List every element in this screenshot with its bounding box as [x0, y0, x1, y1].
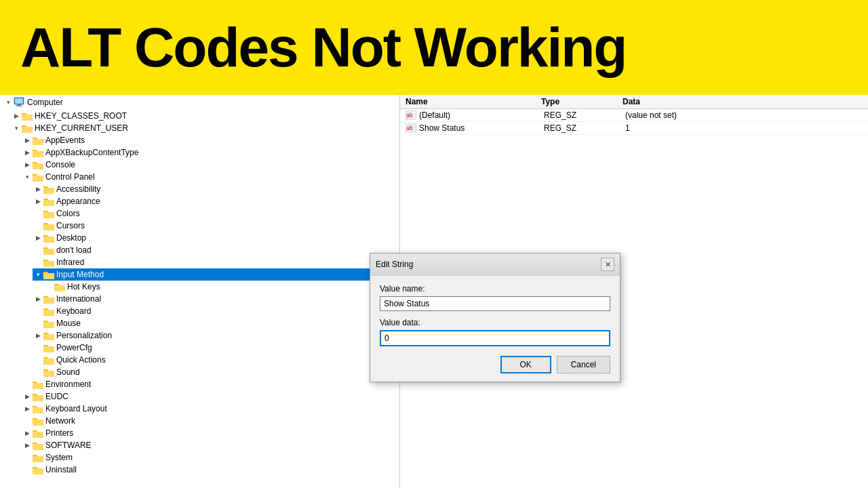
label-console: Console [45, 160, 399, 169]
tree-item-desktop[interactable]: ▶ Desktop [33, 232, 399, 244]
folder-icon-system [33, 453, 43, 462]
tree-item-quick-actions[interactable]: ▶ Quick Actions [33, 354, 399, 366]
tree-item-console[interactable]: ▶ Console [22, 159, 399, 171]
dialog-body: Value name: Value data: OK Cancel [370, 276, 620, 382]
tree-item-environment[interactable]: ▶ Environment [22, 378, 399, 390]
tree-item-network[interactable]: ▶ Network [22, 415, 399, 427]
value-name-input[interactable] [380, 296, 610, 311]
expand-hkcr[interactable]: ▶ [11, 110, 22, 121]
folder-icon-control-panel [33, 172, 43, 182]
expand-personalization[interactable]: ▶ [33, 330, 43, 341]
tree-root-computer[interactable]: ▾ Computer [0, 95, 399, 110]
expand-desktop[interactable]: ▶ [33, 232, 43, 243]
value-data-input[interactable] [380, 330, 610, 346]
ok-button[interactable]: OK [500, 356, 551, 373]
cancel-button[interactable]: Cancel [557, 356, 610, 373]
expand-international[interactable]: ▶ [33, 293, 43, 304]
expand-appevents[interactable]: ▶ [22, 135, 33, 146]
tree-item-international[interactable]: ▶ International [33, 293, 399, 305]
reg-table-header: Name Type Data [400, 95, 868, 109]
banner: ALT Codes Not Working [0, 0, 868, 95]
label-powercfg: PowerCfg [56, 343, 399, 352]
reg-row-showstatus[interactable]: ab Show Status REG_SZ 1 [400, 122, 868, 135]
tree-item-hkcu[interactable]: ▾ HKEY_CURRENT_USER [11, 122, 399, 134]
reg-type-default: REG_SZ [544, 110, 625, 120]
label-personalization: Personalization [56, 331, 399, 340]
label-quick-actions: Quick Actions [56, 355, 399, 365]
reg-data-default: (value not set) [625, 110, 863, 120]
label-infrared: Infrared [56, 258, 399, 267]
folder-icon-appevents [33, 136, 43, 145]
svg-text:ab: ab [406, 113, 413, 119]
tree-item-dontload[interactable]: ▶ don't load [33, 244, 399, 256]
tree-item-mouse[interactable]: ▶ Mouse [33, 317, 399, 329]
folder-icon-sound [43, 367, 54, 377]
label-input-method: Input Method [56, 270, 399, 279]
label-appearance: Appearance [56, 197, 399, 206]
expand-software[interactable]: ▶ [22, 440, 33, 451]
folder-icon-colors [43, 209, 54, 218]
label-accessibility: Accessibility [56, 184, 399, 194]
folder-icon-powercfg [43, 343, 54, 352]
tree-item-input-method[interactable]: ▾ Input Method [33, 268, 399, 281]
tree-item-system[interactable]: ▶ System [22, 451, 399, 464]
tree-item-eudc[interactable]: ▶ EUDC [22, 390, 399, 403]
folder-icon-network [33, 416, 43, 426]
tree-item-sound[interactable]: ▶ Sound [33, 366, 399, 378]
tree-item-hot-keys[interactable]: ▶ Hot Keys [43, 281, 399, 293]
expand-keyboard-layout[interactable]: ▶ [22, 403, 33, 414]
folder-icon-hkcr [22, 111, 33, 121]
label-keyboard: Keyboard [56, 306, 399, 316]
expand-hkcu[interactable]: ▾ [11, 123, 22, 134]
expand-printers[interactable]: ▶ [22, 428, 33, 439]
folder-icon-keyboard-layout [33, 404, 43, 413]
dialog-close-button[interactable]: ✕ [601, 258, 614, 271]
tree-item-cursors[interactable]: ▶ Cursors [33, 220, 399, 232]
tree-item-keyboard[interactable]: ▶ Keyboard [33, 305, 399, 317]
tree-item-colors[interactable]: ▶ Colors [33, 207, 399, 220]
expand-eudc[interactable]: ▶ [22, 391, 33, 402]
folder-icon-mouse [43, 319, 54, 328]
expand-input-method[interactable]: ▾ [33, 269, 43, 280]
col-header-data: Data [623, 97, 863, 106]
tree-item-hkey-classes-root[interactable]: ▶ HKEY_CLASSES_ROOT [11, 110, 399, 122]
tree-panel[interactable]: ▾ Computer ▶ HKEY_CLASSES_ROOT ▾ [0, 95, 400, 488]
folder-icon-desktop [43, 233, 54, 243]
label-desktop: Desktop [56, 233, 399, 243]
tree-item-infrared[interactable]: ▶ Infrared [33, 256, 399, 268]
svg-rect-1 [17, 104, 21, 106]
folder-icon-appearance [43, 197, 54, 206]
value-data-label: Value data: [380, 318, 610, 327]
expand-appxbackup[interactable]: ▶ [22, 147, 33, 158]
tree-item-printers[interactable]: ▶ Printers [22, 427, 399, 439]
folder-icon-quick-actions [43, 355, 54, 365]
reg-icon-default: ab [406, 110, 416, 120]
svg-rect-3 [15, 98, 23, 104]
folder-icon-input-method [43, 270, 54, 279]
reg-data-showstatus: 1 [625, 123, 863, 133]
tree-item-accessibility[interactable]: ▶ Accessibility [33, 183, 399, 195]
reg-row-default[interactable]: ab (Default) REG_SZ (value not set) [400, 109, 868, 122]
svg-rect-2 [16, 106, 22, 106]
dialog-buttons: OK Cancel [380, 356, 610, 373]
tree-item-appxbackup[interactable]: ▶ AppXBackupContentType [22, 146, 399, 159]
tree-item-appevents[interactable]: ▶ AppEvents [22, 134, 399, 146]
folder-icon-dontload [43, 245, 54, 255]
tree-item-personalization[interactable]: ▶ Personalization [33, 329, 399, 342]
tree-item-keyboard-layout[interactable]: ▶ Keyboard Layout [22, 403, 399, 415]
folder-icon-uninstall [33, 465, 43, 474]
label-uninstall: Uninstall [45, 465, 399, 474]
svg-text:ab: ab [406, 125, 413, 131]
tree-item-software[interactable]: ▶ SOFTWARE [22, 439, 399, 451]
edit-string-dialog: Edit String ✕ Value name: Value data: OK… [370, 253, 620, 382]
expand-computer[interactable]: ▾ [3, 97, 14, 108]
tree-item-control-panel[interactable]: ▾ Control Panel [22, 171, 399, 183]
expand-console[interactable]: ▶ [22, 159, 33, 170]
expand-control-panel[interactable]: ▾ [22, 171, 33, 182]
tree-item-appearance[interactable]: ▶ Appearance [33, 195, 399, 207]
tree-item-powercfg[interactable]: ▶ PowerCfg [33, 342, 399, 354]
label-international: International [56, 294, 399, 304]
expand-accessibility[interactable]: ▶ [33, 184, 43, 195]
tree-item-uninstall[interactable]: ▶ Uninstall [22, 464, 399, 476]
expand-appearance[interactable]: ▶ [33, 196, 43, 207]
